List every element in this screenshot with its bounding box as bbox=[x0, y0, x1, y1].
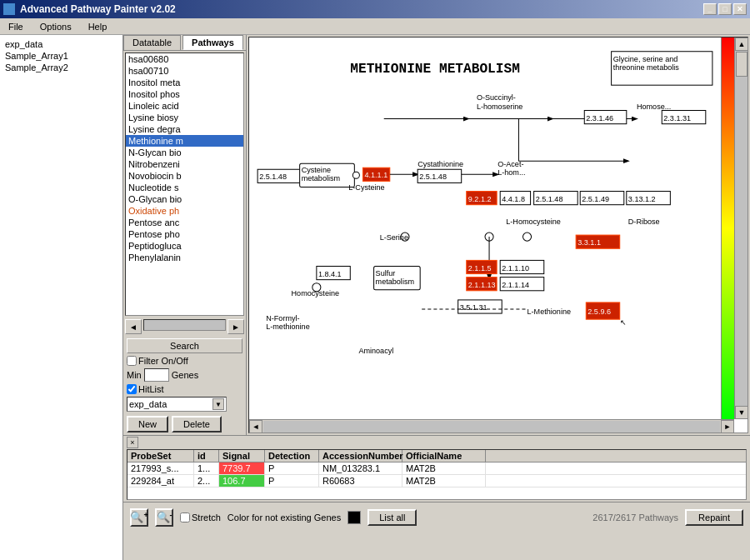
top-section: Datatable Pathways hsa00680 hsa00710 Ino… bbox=[123, 35, 750, 435]
list-item-oglycan[interactable]: O-Glycan bio bbox=[126, 193, 243, 205]
filter-checkbox[interactable] bbox=[127, 356, 137, 366]
svg-text:L-Homocysteine: L-Homocysteine bbox=[506, 218, 561, 226]
hitlist-checkbox-label[interactable]: HitList bbox=[127, 384, 164, 394]
zoom-out-button[interactable]: 🔍 - bbox=[155, 508, 173, 527]
color-scale-bar bbox=[721, 38, 734, 419]
menu-bar: File Options Help bbox=[0, 18, 750, 35]
svg-text:3.13.1.2: 3.13.1.2 bbox=[628, 195, 656, 203]
sidebar: exp_data Sample_Array1 Sample_Array2 bbox=[0, 35, 123, 560]
sidebar-item-array2[interactable]: Sample_Array2 bbox=[3, 62, 119, 73]
bottom-bar: 🔍 + 🔍 - Stretch Color for not existing G… bbox=[123, 502, 750, 532]
menu-options[interactable]: Options bbox=[35, 21, 77, 32]
menu-help[interactable]: Help bbox=[83, 21, 112, 32]
canvas-scrollbar-v[interactable]: ▲ ▼ bbox=[734, 38, 748, 419]
list-item-lysine-bio[interactable]: Lysine biosy bbox=[126, 112, 243, 123]
list-item-nucleotide[interactable]: Nucleotide s bbox=[126, 182, 243, 193]
list-item-hsa00680[interactable]: hsa00680 bbox=[126, 53, 243, 65]
stretch-checkbox-label[interactable]: Stretch bbox=[180, 512, 221, 522]
svg-text:4.4.1.8: 4.4.1.8 bbox=[502, 195, 525, 203]
min-input[interactable]: 1 bbox=[144, 368, 169, 382]
zoom-in-plus: + bbox=[143, 511, 148, 519]
list-item-lysine-deg[interactable]: Lysine degra bbox=[126, 123, 243, 135]
scroll-track[interactable] bbox=[143, 319, 226, 331]
tab-pathways[interactable]: Pathways bbox=[182, 35, 243, 50]
search-button[interactable]: Search bbox=[127, 338, 242, 353]
sidebar-item-array1[interactable]: Sample_Array1 bbox=[3, 50, 119, 62]
right-panel: Datatable Pathways hsa00680 hsa00710 Ino… bbox=[123, 35, 750, 560]
scroll-up-btn[interactable]: ▲ bbox=[735, 38, 748, 51]
col-accession: AccessionNumber bbox=[319, 450, 402, 462]
svg-text:L-Serine: L-Serine bbox=[380, 233, 408, 242]
hitlist-checkbox[interactable] bbox=[127, 384, 137, 394]
list-item-methionine[interactable]: Methionine m bbox=[126, 135, 243, 147]
svg-text:2.5.9.6: 2.5.9.6 bbox=[588, 308, 611, 316]
close-table-button[interactable]: × bbox=[127, 437, 138, 448]
zoom-in-button[interactable]: 🔍 + bbox=[130, 508, 148, 527]
list-all-button[interactable]: List all bbox=[368, 509, 417, 526]
title-bar: Advanced Pathway Painter v2.02 _ □ ✕ bbox=[0, 0, 750, 18]
canvas-area[interactable]: METHIONINE METABOLISM Glycine, serine an… bbox=[248, 37, 748, 433]
list-item-inositol-phos[interactable]: Inositol phos bbox=[126, 88, 243, 100]
svg-text:2.1.1.10: 2.1.1.10 bbox=[502, 264, 529, 272]
scroll-right-btn[interactable]: ► bbox=[228, 319, 244, 334]
sidebar-item-expdata[interactable]: exp_data bbox=[3, 38, 119, 50]
stretch-checkbox[interactable] bbox=[180, 512, 190, 522]
color-box[interactable] bbox=[348, 511, 361, 524]
delete-button[interactable]: Delete bbox=[172, 416, 222, 432]
list-item-linoleic[interactable]: Linoleic acid bbox=[126, 100, 243, 112]
svg-text:L-Cysteine: L-Cysteine bbox=[348, 183, 384, 192]
scroll-track-h[interactable] bbox=[263, 421, 720, 432]
list-item-hsa00710[interactable]: hsa00710 bbox=[126, 65, 243, 77]
svg-text:2.3.1.31: 2.3.1.31 bbox=[663, 114, 691, 122]
cell-officialname-2: MAT2B bbox=[402, 475, 486, 487]
scroll-left-btn[interactable]: ◄ bbox=[125, 319, 142, 334]
close-button[interactable]: ✕ bbox=[733, 3, 747, 15]
pathway-svg: METHIONINE METABOLISM Glycine, serine an… bbox=[249, 38, 721, 419]
svg-text:N-Formyl-: N-Formyl- bbox=[266, 314, 299, 322]
list-item-inositol-meta[interactable]: Inositol meta bbox=[126, 77, 243, 88]
list-item-peptidoglu[interactable]: Peptidogluca bbox=[126, 240, 243, 252]
svg-point-44 bbox=[522, 232, 531, 241]
svg-text:O-Succinyl-: O-Succinyl- bbox=[477, 93, 516, 102]
table-row[interactable]: 217993_s... 1... 7739.7 P NM_013283.1 MA… bbox=[128, 462, 746, 475]
menu-file[interactable]: File bbox=[3, 21, 28, 32]
minimize-button[interactable]: _ bbox=[703, 3, 717, 15]
svg-text:2.5.1.48: 2.5.1.48 bbox=[536, 195, 563, 203]
svg-text:2.1.1.14: 2.1.1.14 bbox=[502, 281, 529, 289]
repaint-button[interactable]: Repaint bbox=[685, 509, 743, 526]
cell-probeset-2: 229284_at bbox=[128, 475, 194, 487]
list-item-nglycan[interactable]: N-Glycan bio bbox=[126, 147, 243, 158]
pathway-panel: Datatable Pathways hsa00680 hsa00710 Ino… bbox=[123, 35, 247, 435]
scroll-track-v[interactable] bbox=[735, 51, 748, 406]
list-item-pentose-anc[interactable]: Pentose anc bbox=[126, 217, 243, 228]
pathway-list[interactable]: hsa00680 hsa00710 Inositol meta Inositol… bbox=[125, 52, 244, 316]
exp-dropdown[interactable]: exp_data ▼ bbox=[127, 397, 227, 412]
scroll-left-canvas-btn[interactable]: ◄ bbox=[249, 420, 262, 433]
svg-text:D-Ribose: D-Ribose bbox=[628, 218, 660, 226]
list-item-nitro[interactable]: Nitrobenzeni bbox=[126, 158, 243, 170]
svg-text:2.5.1.49: 2.5.1.49 bbox=[582, 195, 609, 203]
list-item-phenyl[interactable]: Phenylalanin bbox=[126, 252, 243, 263]
tab-datatable[interactable]: Datatable bbox=[123, 35, 181, 50]
filter-checkbox-label[interactable]: Filter On/Off bbox=[127, 356, 188, 366]
svg-text:Sulfur: Sulfur bbox=[376, 269, 396, 278]
table-row[interactable]: 229284_at 2... 106.7 P R60683 MAT2B bbox=[128, 475, 746, 488]
pathway-title: METHIONINE METABOLISM bbox=[350, 62, 520, 77]
canvas-scrollbar-h[interactable]: ◄ ► bbox=[249, 419, 734, 432]
col-signal: Signal bbox=[219, 450, 265, 462]
cell-signal-2: 106.7 bbox=[219, 475, 265, 487]
list-item-novobiocin[interactable]: Novobiocin b bbox=[126, 170, 243, 182]
new-button[interactable]: New bbox=[127, 416, 168, 432]
svg-text:3.3.1.1: 3.3.1.1 bbox=[578, 238, 601, 247]
window-title: Advanced Pathway Painter v2.02 bbox=[20, 3, 176, 15]
scroll-right-canvas-btn[interactable]: ► bbox=[721, 420, 734, 433]
scroll-thumb-v[interactable] bbox=[736, 52, 748, 77]
table-header: ProbeSet id Signal Detection AccessionNu… bbox=[128, 450, 746, 462]
zoom-out-minus: - bbox=[170, 511, 172, 519]
list-item-oxidative[interactable]: Oxidative ph bbox=[126, 205, 243, 217]
cell-detection-1: P bbox=[265, 462, 319, 474]
list-item-pentose-pho[interactable]: Pentose pho bbox=[126, 228, 243, 240]
scroll-down-btn[interactable]: ▼ bbox=[735, 406, 748, 419]
dropdown-arrow-icon: ▼ bbox=[212, 398, 224, 410]
maximize-button[interactable]: □ bbox=[718, 3, 732, 15]
